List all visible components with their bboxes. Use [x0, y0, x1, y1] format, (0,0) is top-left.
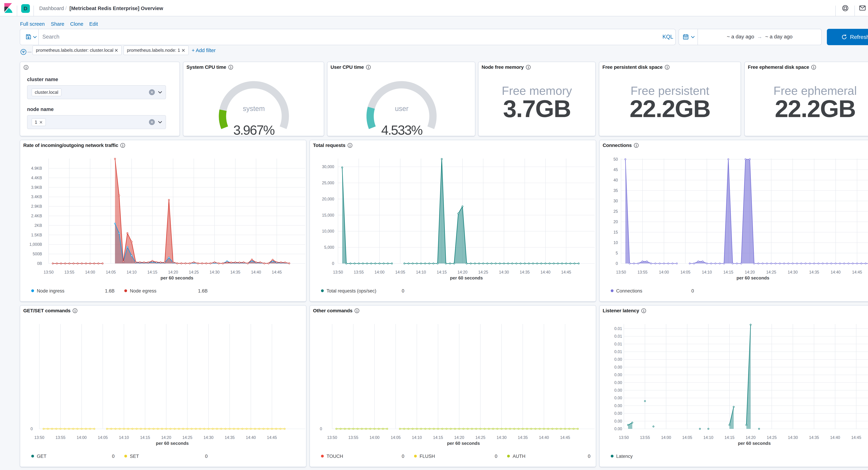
- svg-text:0B: 0B: [37, 261, 42, 266]
- svg-text:14:05: 14:05: [106, 270, 116, 274]
- svg-text:0.00: 0.00: [614, 373, 622, 377]
- svg-text:14:45: 14:45: [560, 435, 570, 440]
- svg-text:20: 20: [613, 219, 618, 224]
- svg-text:14:25: 14:25: [767, 435, 777, 440]
- svg-text:14:40: 14:40: [831, 270, 841, 274]
- svg-text:0.01: 0.01: [614, 334, 622, 339]
- svg-text:14:00: 14:00: [659, 270, 669, 274]
- svg-text:14:00: 14:00: [661, 435, 671, 440]
- svg-text:13:55: 13:55: [56, 435, 66, 440]
- svg-text:14:10: 14:10: [127, 270, 136, 274]
- svg-text:per 60 seconds: per 60 seconds: [736, 275, 769, 281]
- svg-text:14:10: 14:10: [416, 270, 426, 274]
- svg-text:14:10: 14:10: [703, 435, 713, 440]
- svg-text:per 60 seconds: per 60 seconds: [447, 441, 480, 446]
- svg-text:0.00: 0.00: [614, 365, 622, 370]
- svg-text:14:30: 14:30: [499, 270, 509, 274]
- svg-text:15: 15: [613, 230, 618, 234]
- svg-text:14:45: 14:45: [852, 270, 862, 274]
- svg-text:per 60 seconds: per 60 seconds: [160, 275, 193, 281]
- svg-text:13:55: 13:55: [354, 270, 364, 274]
- svg-text:4.9KB: 4.9KB: [31, 166, 42, 171]
- svg-text:0.01: 0.01: [614, 326, 622, 331]
- svg-text:14:15: 14:15: [147, 270, 157, 274]
- svg-text:14:15: 14:15: [140, 435, 150, 440]
- svg-text:14:05: 14:05: [680, 270, 690, 274]
- svg-text:3.4KB: 3.4KB: [31, 195, 42, 199]
- svg-text:14:40: 14:40: [251, 270, 261, 274]
- svg-text:13:50: 13:50: [43, 270, 54, 274]
- svg-text:10,000: 10,000: [322, 229, 334, 233]
- svg-text:0: 0: [332, 261, 334, 266]
- svg-text:0.00: 0.00: [614, 388, 622, 392]
- svg-text:13:50: 13:50: [616, 270, 626, 274]
- svg-text:per 60 seconds: per 60 seconds: [450, 275, 483, 281]
- svg-text:30,000: 30,000: [322, 165, 334, 169]
- svg-text:500B: 500B: [33, 252, 42, 256]
- svg-text:5,000: 5,000: [324, 245, 334, 249]
- svg-text:13:55: 13:55: [64, 270, 74, 274]
- svg-text:0.00: 0.00: [614, 396, 622, 400]
- svg-text:14:25: 14:25: [189, 270, 199, 274]
- svg-text:0: 0: [616, 261, 618, 266]
- svg-text:13:55: 13:55: [638, 270, 648, 274]
- svg-text:3.9KB: 3.9KB: [31, 185, 42, 190]
- svg-text:25: 25: [613, 209, 618, 214]
- svg-text:14:45: 14:45: [851, 435, 861, 440]
- svg-text:14:00: 14:00: [85, 270, 95, 274]
- svg-text:14:10: 14:10: [119, 435, 129, 440]
- svg-text:14:45: 14:45: [272, 270, 282, 274]
- svg-text:0.00: 0.00: [614, 427, 622, 431]
- svg-text:1.5KB: 1.5KB: [31, 233, 42, 237]
- svg-text:14:20: 14:20: [454, 435, 464, 440]
- svg-text:30: 30: [613, 199, 618, 203]
- svg-text:13:50: 13:50: [619, 435, 629, 440]
- svg-text:14:30: 14:30: [204, 435, 214, 440]
- svg-text:5: 5: [616, 251, 618, 255]
- svg-text:14:15: 14:15: [433, 435, 443, 440]
- svg-text:13:55: 13:55: [348, 435, 358, 440]
- svg-text:0.00: 0.00: [614, 380, 622, 385]
- svg-text:14:40: 14:40: [246, 435, 256, 440]
- svg-text:14:40: 14:40: [540, 270, 551, 274]
- svg-text:14:30: 14:30: [210, 270, 220, 274]
- svg-text:0.00: 0.00: [614, 357, 622, 362]
- svg-text:14:25: 14:25: [475, 435, 485, 440]
- svg-text:14:40: 14:40: [539, 435, 549, 440]
- svg-text:14:30: 14:30: [496, 435, 506, 440]
- svg-text:13:50: 13:50: [333, 270, 343, 274]
- svg-text:14:10: 14:10: [702, 270, 712, 274]
- svg-text:14:20: 14:20: [746, 435, 756, 440]
- svg-text:2.9KB: 2.9KB: [31, 204, 42, 209]
- svg-text:0.00: 0.00: [614, 404, 622, 408]
- svg-text:14:05: 14:05: [98, 435, 108, 440]
- svg-text:0: 0: [31, 427, 33, 431]
- svg-text:14:20: 14:20: [168, 270, 178, 274]
- svg-text:14:10: 14:10: [412, 435, 422, 440]
- svg-text:14:35: 14:35: [518, 435, 528, 440]
- svg-text:per 60 seconds: per 60 seconds: [156, 441, 189, 446]
- svg-text:14:15: 14:15: [723, 270, 733, 274]
- svg-text:10: 10: [613, 240, 618, 245]
- svg-text:14:00: 14:00: [369, 435, 379, 440]
- svg-text:14:20: 14:20: [161, 435, 172, 440]
- svg-text:14:15: 14:15: [437, 270, 447, 274]
- svg-text:14:00: 14:00: [374, 270, 384, 274]
- svg-text:1,000B: 1,000B: [29, 242, 42, 247]
- svg-text:2.4KB: 2.4KB: [31, 214, 42, 218]
- svg-text:14:30: 14:30: [787, 270, 798, 274]
- svg-text:0.00: 0.00: [614, 419, 622, 423]
- svg-text:14:05: 14:05: [395, 270, 405, 274]
- svg-text:50: 50: [613, 157, 618, 161]
- svg-text:14:00: 14:00: [76, 435, 87, 440]
- svg-text:14:45: 14:45: [267, 435, 277, 440]
- svg-text:14:45: 14:45: [561, 270, 571, 274]
- svg-text:0.01: 0.01: [614, 349, 622, 354]
- svg-text:13:55: 13:55: [640, 435, 650, 440]
- svg-text:14:40: 14:40: [830, 435, 840, 440]
- svg-text:14:35: 14:35: [225, 435, 235, 440]
- svg-text:4.4KB: 4.4KB: [31, 176, 42, 180]
- svg-text:14:05: 14:05: [682, 435, 692, 440]
- svg-text:13:50: 13:50: [34, 435, 44, 440]
- svg-text:14:20: 14:20: [458, 270, 467, 274]
